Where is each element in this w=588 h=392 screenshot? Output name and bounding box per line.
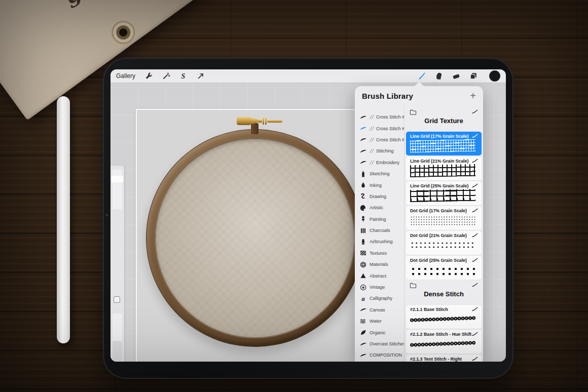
- charcoal-bars-icon: [359, 227, 367, 234]
- stroke-icon: [359, 125, 367, 132]
- brush-set-item[interactable]: Embroidery: [355, 157, 404, 168]
- brush-library-body: Cross Stitch #1Cross Stitch #2Cross Stit…: [355, 105, 483, 362]
- smudge-icon: [435, 72, 443, 80]
- brush-set-item[interactable]: Textures: [355, 248, 404, 259]
- brush-stroke-preview: [410, 139, 475, 153]
- brush-item[interactable]: Dot Grid (25% Grain Scale): [406, 256, 482, 280]
- brush-set-item[interactable]: Cross Stitch #2: [355, 123, 404, 134]
- paintbrush-icon: [359, 216, 367, 222]
- brush-name: #2.1.1 Base Stitch: [410, 307, 477, 312]
- brush-set-label: Airbrushing: [370, 239, 393, 244]
- brush-set-label: COMPOSITION: [370, 352, 402, 358]
- paint-brush-icon: [418, 72, 426, 80]
- brush-item[interactable]: Line Grid (17% Grain Scale): [406, 132, 482, 155]
- wrench-tool[interactable]: [144, 72, 153, 81]
- brush-set-item[interactable]: Stitching: [355, 145, 404, 156]
- brush-set-label: Canvas: [370, 307, 385, 312]
- brush-item[interactable]: #2.1.2 Base Stitch - Hue Shift: [406, 330, 482, 354]
- brush-set-item[interactable]: Materials: [355, 259, 404, 270]
- eraser-icon: [452, 72, 460, 80]
- paint-brush-tool[interactable]: [417, 72, 426, 81]
- pen-sig-icon: [472, 109, 478, 114]
- folder-icon: [410, 283, 417, 289]
- stroke-icon: [359, 114, 367, 121]
- brush-stroke-preview: [410, 340, 475, 347]
- brush-set-item[interactable]: Drawing: [355, 191, 404, 202]
- brush-set-item[interactable]: Organic: [355, 327, 404, 338]
- brush-set-list: Cross Stitch #1Cross Stitch #2Cross Stit…: [355, 105, 404, 362]
- add-brush-button[interactable]: +: [470, 91, 476, 101]
- brush-set-item[interactable]: Cross Stitch #1: [355, 111, 404, 123]
- brush-library-panel: Brush Library + Cross Stitch #1Cross Sti…: [355, 86, 483, 362]
- brush-item[interactable]: Line Grid (21% Grain Scale): [406, 156, 482, 180]
- stitch-mark-icon: [370, 127, 374, 131]
- transform-tool[interactable]: [196, 72, 205, 81]
- layers-tool[interactable]: [469, 72, 477, 81]
- desk-scene: grid brushes Gallery S: [0, 0, 588, 392]
- stroke-icon: [359, 159, 367, 166]
- brush-item[interactable]: #2.1.1 Base Stitch: [406, 305, 482, 329]
- brush-name: Dot Grid (17% Grain Scale): [410, 208, 477, 213]
- brush-set-item[interactable]: Inking: [355, 179, 404, 190]
- brush-item[interactable]: Line Grid (25% Grain Scale): [406, 181, 482, 205]
- airbrush-icon: [359, 239, 367, 245]
- sidebar-modify-button[interactable]: [114, 296, 120, 303]
- brush-set-label: Drawing: [370, 194, 386, 199]
- brush-set-item[interactable]: aCalligraphy: [355, 293, 404, 304]
- brush-item[interactable]: #2.1.3 Tent Stitch - Right: [406, 355, 482, 362]
- brush-set-item[interactable]: Painting: [355, 214, 404, 225]
- eraser-tool[interactable]: [452, 72, 460, 81]
- hoop-linen-fabric: [155, 138, 355, 338]
- brush-set-label: Organic: [370, 330, 386, 335]
- brush-set-item[interactable]: Overcast Stitches: [355, 338, 404, 349]
- brush-item[interactable]: Dot Grid (21% Grain Scale): [406, 231, 482, 255]
- apple-pencil: [57, 96, 70, 343]
- triangle-icon: [359, 272, 367, 279]
- adjustments-tool[interactable]: [162, 72, 170, 81]
- gallery-button[interactable]: Gallery: [116, 72, 135, 80]
- stitch-mark-icon: [370, 138, 374, 142]
- brush-set-item[interactable]: Vintage: [355, 282, 404, 293]
- stroke-icon: [359, 148, 367, 154]
- sphere-icon: [359, 261, 367, 268]
- color-swatch[interactable]: [489, 70, 500, 82]
- pen-sig-icon: [472, 307, 478, 311]
- brush-set-item[interactable]: Cross Stitch #3: [355, 134, 404, 145]
- brush-set-item[interactable]: Airbrushing: [355, 236, 404, 247]
- top-toolbar: Gallery S: [111, 69, 506, 83]
- brush-stroke-preview: [410, 241, 475, 250]
- selection-tool[interactable]: S: [179, 72, 188, 81]
- brush-stroke-preview: [410, 189, 475, 202]
- layers-icon: [469, 72, 477, 80]
- brush-set-item[interactable]: Abstract: [355, 270, 404, 281]
- brush-set-item[interactable]: Sketching: [355, 168, 404, 179]
- tag-handwriting: grid brushes: [60, 0, 216, 10]
- front-camera: [105, 214, 108, 217]
- brush-set-label: Embroidery: [376, 160, 399, 165]
- brush-stroke-preview: [410, 316, 475, 323]
- stroke-icon: [359, 136, 367, 143]
- pen-sig-icon: [472, 183, 478, 188]
- tag-eyelet: [107, 16, 139, 49]
- brush-set-item[interactable]: Artistic: [355, 202, 404, 213]
- smudge-tool[interactable]: [434, 72, 443, 81]
- brush-set-item[interactable]: Water: [355, 316, 404, 327]
- brush-set-label: Inking: [370, 183, 382, 188]
- brush-item[interactable]: Dot Grid (17% Grain Scale): [406, 206, 482, 230]
- brush-name: Line Grid (25% Grain Scale): [410, 183, 477, 188]
- brush-set-label: Overcast Stitches: [370, 341, 404, 346]
- wrench-icon: [145, 72, 153, 80]
- pen-sig-icon: [472, 332, 478, 336]
- letter-a-icon: a: [359, 295, 367, 302]
- brush-set-item[interactable]: Charcoals: [355, 225, 404, 236]
- adjustments-icon: [162, 72, 170, 80]
- brush-set-item[interactable]: Canvas: [355, 304, 404, 316]
- brush-set-label: Vintage: [370, 285, 385, 290]
- brush-set-label: Abstract: [370, 273, 386, 279]
- brush-set-item[interactable]: COMPOSITION: [355, 349, 404, 361]
- brush-set-label: Charcoals: [370, 228, 390, 233]
- brush-set-label: Sketching: [370, 171, 390, 176]
- brush-stroke-preview: [410, 266, 475, 275]
- stroke-icon: [359, 352, 367, 359]
- palette-icon: [359, 205, 367, 211]
